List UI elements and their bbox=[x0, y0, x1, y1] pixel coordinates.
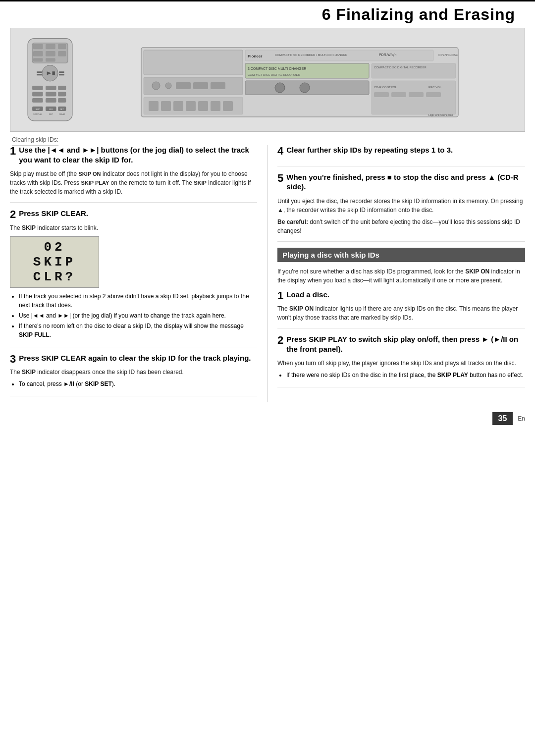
svg-rect-7 bbox=[58, 51, 66, 56]
svg-rect-9 bbox=[46, 58, 55, 61]
svg-rect-5 bbox=[33, 51, 43, 56]
page-lang: En bbox=[518, 415, 525, 422]
svg-text:SET: SET bbox=[60, 108, 64, 110]
svg-rect-60 bbox=[186, 101, 196, 111]
playing-step-1-title: Load a disc. bbox=[286, 290, 329, 300]
svg-rect-59 bbox=[173, 101, 183, 111]
svg-rect-21 bbox=[46, 92, 56, 96]
svg-rect-24 bbox=[46, 98, 56, 103]
step-3-title: Press SKIP CLEAR again to clear the skip… bbox=[19, 353, 251, 363]
step-1-body: Skip play must be off (the SKIP ON indic… bbox=[10, 169, 257, 196]
svg-rect-61 bbox=[198, 101, 208, 111]
svg-rect-17 bbox=[32, 86, 43, 90]
section-label-container: Clearing skip IDs: bbox=[0, 136, 535, 143]
svg-text:OPEN/CLOSE: OPEN/CLOSE bbox=[438, 54, 458, 56]
playing-intro: If you're not sure whether a disc has sk… bbox=[277, 267, 525, 285]
playing-section: Playing a disc with skip IDs If you're n… bbox=[277, 248, 525, 388]
cd-player-image: Pioneer COMPACT DISC RECORDER / MULTI-CD… bbox=[90, 43, 515, 122]
svg-rect-8 bbox=[33, 58, 43, 61]
svg-text:COMPACT DISC DIGITAL RECORDER: COMPACT DISC DIGITAL RECORDER bbox=[248, 73, 300, 76]
svg-text:3 COMPACT DISC MULTI CHANGER: 3 COMPACT DISC MULTI CHANGER bbox=[248, 67, 306, 70]
step-2-body: The SKIP indicator starts to blink. bbox=[10, 223, 257, 232]
svg-text:SKIPPLAY: SKIPPLAY bbox=[33, 113, 42, 115]
svg-rect-69 bbox=[409, 92, 424, 97]
svg-rect-62 bbox=[211, 101, 220, 111]
playing-step-2-body: When you turn off skip play, the player … bbox=[277, 359, 525, 368]
page-number: 35 bbox=[492, 412, 513, 425]
right-column: 4 Clear further skip IDs by repeating st… bbox=[268, 145, 525, 402]
step-3-body: The SKIP indicator disappears once the s… bbox=[10, 368, 257, 377]
two-column-content: 1 Use the |◄◄ and ►►| buttons (or the jo… bbox=[0, 145, 535, 402]
svg-point-49 bbox=[165, 83, 171, 89]
svg-rect-2 bbox=[33, 44, 43, 50]
step-5-body: Until you eject the disc, the recorder s… bbox=[277, 197, 525, 215]
step-4-title: Clear further skip IDs by repeating step… bbox=[286, 145, 453, 155]
svg-rect-12 bbox=[52, 71, 54, 75]
playing-step-1-number: 1 bbox=[277, 290, 283, 302]
svg-point-55 bbox=[300, 83, 310, 93]
step-3-bullet-1: To cancel, press ►/II (or SKIP SET). bbox=[19, 379, 257, 388]
svg-rect-18 bbox=[46, 86, 56, 90]
playing-step-2-title: Press SKIP PLAY to switch skip play on/o… bbox=[286, 334, 525, 354]
remote-control-image: SKIP CLR SET SKIPPLAY SKIP CLEAR bbox=[20, 38, 80, 124]
svg-rect-20 bbox=[32, 92, 43, 96]
svg-text:CLR: CLR bbox=[49, 108, 53, 110]
svg-point-48 bbox=[152, 82, 160, 90]
svg-text:COMPACT DISC DIGITAL RECORDER: COMPACT DISC DIGITAL RECORDER bbox=[374, 66, 427, 69]
step-5-number: 5 bbox=[277, 172, 283, 184]
step-5-title: When you're finished, press ■ to stop th… bbox=[286, 172, 525, 192]
step-1-title: Use the |◄◄ and ►►| buttons (or the jog … bbox=[19, 145, 257, 164]
step-2-bullet-1: If the track you selected in step 2 abov… bbox=[19, 292, 257, 310]
svg-rect-70 bbox=[426, 92, 441, 97]
skip-display: 02 SKIP CLR? bbox=[10, 236, 99, 288]
svg-rect-50 bbox=[176, 82, 191, 89]
svg-rect-67 bbox=[374, 92, 389, 97]
clearing-skip-ids-label: Clearing skip IDs: bbox=[12, 136, 58, 146]
page-header: 6 Finalizing and Erasing bbox=[0, 0, 535, 28]
svg-rect-51 bbox=[193, 82, 208, 89]
svg-text:CD-R CONTROL: CD-R CONTROL bbox=[374, 86, 397, 89]
svg-rect-23 bbox=[32, 98, 43, 103]
svg-text:SKIP: SKIP bbox=[49, 113, 54, 115]
svg-text:Pioneer: Pioneer bbox=[248, 54, 262, 58]
svg-rect-68 bbox=[391, 92, 406, 97]
step-5: 5 When you're finished, press ■ to stop … bbox=[277, 172, 525, 242]
step-2: 2 Press SKIP CLEAR. The SKIP indicator s… bbox=[10, 209, 257, 347]
step-2-bullets: If the track you selected in step 2 abov… bbox=[19, 292, 257, 339]
playing-step-2-bullet-1: If there were no skip IDs on the disc in… bbox=[286, 371, 525, 379]
svg-text:SKIP: SKIP bbox=[36, 108, 40, 110]
svg-rect-3 bbox=[46, 44, 55, 50]
playing-section-header: Playing a disc with skip IDs bbox=[277, 248, 525, 262]
playing-step-2: 2 Press SKIP PLAY to switch skip play on… bbox=[277, 334, 525, 387]
svg-rect-16 bbox=[59, 74, 64, 76]
left-column: 1 Use the |◄◄ and ►►| buttons (or the jo… bbox=[10, 145, 268, 402]
svg-text:CLEAR: CLEAR bbox=[59, 113, 65, 115]
device-images-container: SKIP CLR SET SKIPPLAY SKIP CLEAR Pioneer… bbox=[10, 28, 525, 132]
svg-point-54 bbox=[275, 83, 285, 93]
step-4-number: 4 bbox=[277, 145, 283, 157]
step-3-bullets: To cancel, press ►/II (or SKIP SET). bbox=[19, 379, 257, 388]
svg-rect-57 bbox=[149, 101, 159, 111]
step-4: 4 Clear further skip IDs by repeating st… bbox=[277, 145, 525, 166]
svg-rect-13 bbox=[37, 71, 42, 73]
playing-step-2-bullets: If there were no skip IDs on the disc in… bbox=[286, 371, 525, 379]
svg-text:COMPACT DISC RECORDER / MULTI-: COMPACT DISC RECORDER / MULTI-CD CHANGER bbox=[275, 54, 348, 56]
step-5-note: Be careful: don't switch off the unit be… bbox=[277, 217, 525, 235]
page-title: 6 Finalizing and Erasing bbox=[0, 5, 515, 24]
svg-rect-25 bbox=[58, 98, 66, 103]
svg-rect-52 bbox=[211, 82, 225, 89]
svg-rect-14 bbox=[59, 71, 64, 73]
svg-rect-22 bbox=[58, 92, 66, 96]
svg-rect-63 bbox=[223, 101, 233, 111]
playing-step-1-body: The SKIP ON indicator lights up if there… bbox=[277, 304, 525, 322]
page-footer: 35 En bbox=[0, 407, 535, 430]
step-2-bullet-3: If there's no room left on the disc to c… bbox=[19, 322, 257, 339]
svg-rect-4 bbox=[58, 44, 66, 50]
step-3: 3 Press SKIP CLEAR again to clear the sk… bbox=[10, 353, 257, 397]
step-1: 1 Use the |◄◄ and ►►| buttons (or the jo… bbox=[10, 145, 257, 203]
svg-rect-15 bbox=[37, 74, 42, 76]
playing-step-2-number: 2 bbox=[277, 334, 283, 346]
step-2-number: 2 bbox=[10, 209, 16, 220]
step-2-title: Press SKIP CLEAR. bbox=[19, 209, 88, 218]
step-3-number: 3 bbox=[10, 353, 16, 365]
